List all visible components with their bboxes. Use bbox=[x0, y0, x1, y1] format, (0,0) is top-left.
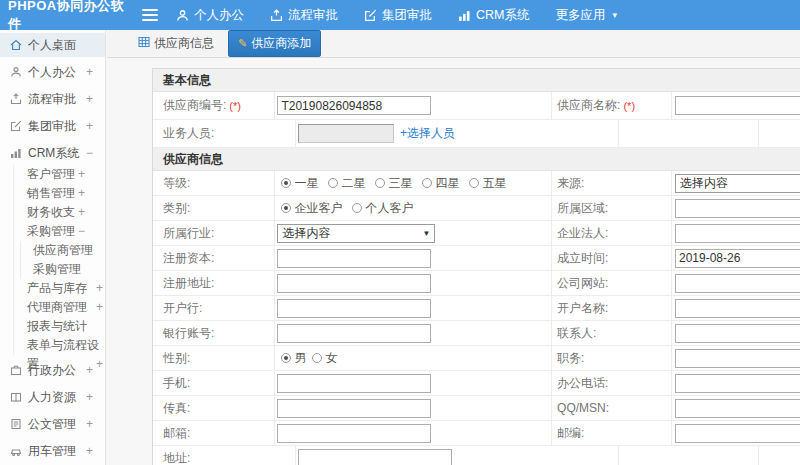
radio-option[interactable]: 五星 bbox=[469, 175, 506, 192]
sidebar-item-vehicle-mgmt[interactable]: 用车管理 + bbox=[0, 439, 105, 463]
radio-option[interactable]: 一星 bbox=[281, 175, 318, 192]
fax-input[interactable] bbox=[277, 399, 431, 418]
sidebar-item-personal-office[interactable]: 个人办公 + bbox=[0, 60, 105, 84]
nav-personal-office[interactable]: 个人办公 bbox=[176, 7, 244, 24]
expand-plus-icon[interactable]: + bbox=[86, 444, 93, 458]
radio-option[interactable]: 三星 bbox=[375, 175, 412, 192]
field-label: 职务: bbox=[552, 346, 671, 370]
sidebar-item-personal-desktop[interactable]: 个人桌面 bbox=[0, 33, 105, 57]
bank-account-input[interactable] bbox=[277, 324, 431, 343]
reg-address-input[interactable] bbox=[277, 274, 431, 293]
radio-label: 女 bbox=[325, 350, 337, 367]
sidebar-item-form-process-settings[interactable]: 表单与流程设置+ bbox=[14, 336, 105, 355]
chart-icon bbox=[10, 147, 22, 159]
select-staff-link[interactable]: +选择人员 bbox=[400, 125, 455, 142]
sidebar-item-agent-mgmt[interactable]: 代理商管理 + bbox=[14, 298, 105, 317]
expand-plus-icon[interactable]: + bbox=[78, 203, 85, 222]
sidebar-item-supplier-mgmt[interactable]: 供应商管理 bbox=[21, 241, 105, 260]
radio-icon[interactable] bbox=[281, 353, 291, 363]
expand-plus-icon[interactable]: + bbox=[78, 184, 85, 203]
supplier-no-input[interactable] bbox=[277, 96, 431, 115]
sidebar-item-purchase-mgmt[interactable]: 采购管理 − bbox=[14, 222, 105, 241]
expand-plus-icon[interactable]: + bbox=[86, 119, 93, 133]
sidebar-item-sales-mgmt[interactable]: 销售管理 + bbox=[14, 184, 105, 203]
radio-icon[interactable] bbox=[328, 178, 338, 188]
zip-input[interactable] bbox=[675, 424, 800, 443]
contact-input[interactable] bbox=[675, 324, 800, 343]
radio-label: 四星 bbox=[435, 175, 459, 192]
expand-plus-icon[interactable]: + bbox=[86, 390, 93, 404]
sidebar-item-label: 销售管理 bbox=[27, 186, 75, 200]
collapse-minus-icon[interactable]: − bbox=[86, 146, 93, 160]
sidebar-item-purchasing[interactable]: 采购管理 bbox=[21, 260, 105, 279]
founded-date-input[interactable] bbox=[675, 249, 800, 268]
legal-person-input[interactable] bbox=[675, 224, 800, 243]
website-input[interactable] bbox=[675, 274, 800, 293]
bank-input[interactable] bbox=[277, 299, 431, 318]
radio-icon[interactable] bbox=[352, 203, 362, 213]
nav-group-approval[interactable]: 集团审批 bbox=[364, 7, 432, 24]
nav-process-approval[interactable]: 流程审批 bbox=[270, 7, 338, 24]
radio-icon[interactable] bbox=[469, 178, 479, 188]
expand-plus-icon[interactable]: + bbox=[96, 279, 103, 298]
sidebar-item-label: 供应商管理 bbox=[33, 243, 93, 257]
sidebar-item-group-approval[interactable]: 集团审批 + bbox=[0, 114, 105, 138]
radio-option[interactable]: 二星 bbox=[328, 175, 365, 192]
expand-plus-icon[interactable]: + bbox=[86, 92, 93, 106]
expand-plus-icon[interactable]: + bbox=[78, 165, 85, 184]
position-input[interactable] bbox=[675, 349, 800, 368]
account-name-input[interactable] bbox=[675, 299, 800, 318]
sidebar-item-admin-office[interactable]: 行政办公 + bbox=[0, 358, 105, 382]
expand-plus-icon[interactable]: + bbox=[86, 363, 93, 377]
qq-msn-input[interactable] bbox=[675, 399, 800, 418]
sidebar-item-product-inventory[interactable]: 产品与库存 + bbox=[14, 279, 105, 298]
radio-option[interactable]: 个人客户 bbox=[352, 200, 413, 217]
radio-option[interactable]: 四星 bbox=[422, 175, 459, 192]
sidebar-item-label: 公文管理 bbox=[28, 416, 76, 433]
nav-crm-system[interactable]: CRM系统 bbox=[458, 7, 529, 24]
tab-supplier-info[interactable]: 供应商信息 bbox=[132, 31, 220, 56]
sidebar-item-hr[interactable]: 人力资源 + bbox=[0, 385, 105, 409]
office-phone-input[interactable] bbox=[675, 374, 800, 393]
radio-label: 五星 bbox=[482, 175, 506, 192]
address-input[interactable] bbox=[298, 449, 452, 465]
supplier-name-input[interactable] bbox=[675, 96, 800, 115]
hamburger-menu-icon[interactable] bbox=[142, 7, 158, 23]
source-select[interactable]: 选择内容▼ bbox=[675, 174, 800, 193]
sidebar-item-reports-stats[interactable]: 报表与统计 bbox=[14, 317, 105, 336]
nav-label: 流程审批 bbox=[288, 7, 338, 24]
radio-icon[interactable] bbox=[281, 178, 291, 188]
industry-select[interactable]: 选择内容▼ bbox=[277, 224, 435, 243]
user-icon bbox=[10, 66, 22, 78]
radio-option[interactable]: 企业客户 bbox=[281, 200, 342, 217]
expand-plus-icon[interactable]: + bbox=[86, 417, 93, 431]
purchase-submenu: 供应商管理 采购管理 bbox=[20, 241, 105, 279]
level-radio-group: 一星 二星 三星 四星 五星 bbox=[277, 175, 506, 192]
radio-icon[interactable] bbox=[422, 178, 432, 188]
form-row-level-source: 等级: 一星 二星 三星 四星 五星 来源: 选择内容▼ bbox=[153, 171, 800, 196]
expand-plus-icon[interactable]: + bbox=[96, 298, 103, 317]
reg-capital-input[interactable] bbox=[277, 249, 431, 268]
radio-label: 三星 bbox=[388, 175, 412, 192]
field-label: 供应商编号:(*) bbox=[153, 92, 274, 119]
car-icon bbox=[10, 445, 22, 457]
region-input[interactable] bbox=[675, 199, 800, 218]
nav-more-apps[interactable]: 更多应用 ▾ bbox=[555, 7, 617, 24]
sidebar-item-document-mgmt[interactable]: 公文管理 + bbox=[0, 412, 105, 436]
sidebar-item-process-approval[interactable]: 流程审批 + bbox=[0, 87, 105, 111]
email-input[interactable] bbox=[277, 424, 431, 443]
sidebar-item-crm-system[interactable]: CRM系统 − bbox=[0, 141, 105, 165]
sidebar-item-customer-mgmt[interactable]: 客户管理 + bbox=[14, 165, 105, 184]
expand-plus-icon[interactable]: + bbox=[86, 65, 93, 79]
radio-option[interactable]: 男 bbox=[281, 350, 306, 367]
radio-icon[interactable] bbox=[281, 203, 291, 213]
field-label: 供应商名称:(*) bbox=[552, 92, 671, 119]
tab-label: 供应商信息 bbox=[154, 35, 214, 52]
mobile-input[interactable] bbox=[277, 374, 431, 393]
tab-supplier-add[interactable]: ✎ 供应商添加 bbox=[228, 30, 321, 57]
radio-option[interactable]: 女 bbox=[312, 350, 337, 367]
collapse-minus-icon[interactable]: − bbox=[78, 222, 85, 241]
radio-icon[interactable] bbox=[375, 178, 385, 188]
sidebar-item-finance[interactable]: 财务收支 + bbox=[14, 203, 105, 222]
radio-icon[interactable] bbox=[312, 353, 322, 363]
